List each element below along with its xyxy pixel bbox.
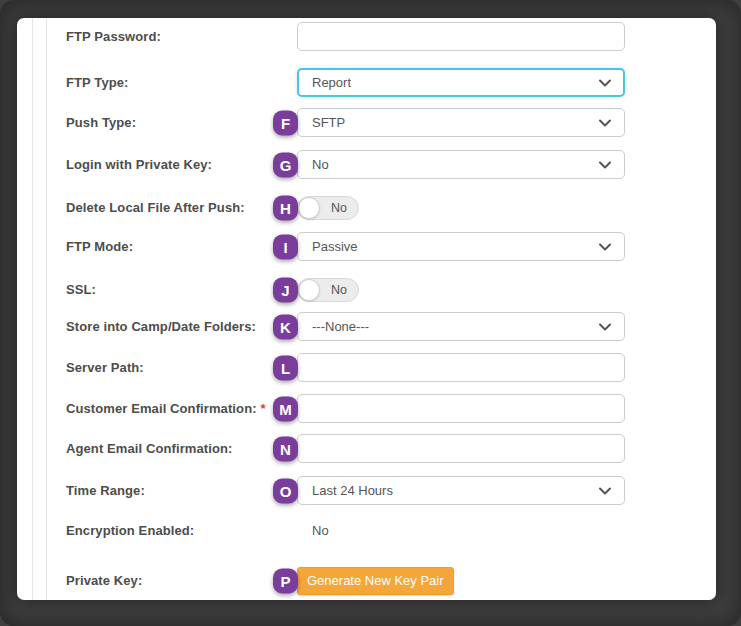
ftp-password-input[interactable] — [297, 22, 625, 51]
store-into-camp-date-folders-select[interactable]: ---None--- — [297, 312, 625, 341]
chevron-down-icon — [599, 161, 611, 169]
toggle-state-label: No — [322, 283, 356, 297]
annotation-badge-f: F — [273, 110, 298, 135]
form-row-push-type: Push Type: F SFTP — [66, 108, 682, 137]
form-row-customer-email-confirmation: Customer Email Confirmation:* M — [66, 394, 682, 423]
annotation-badge-p: P — [273, 568, 298, 593]
field-label: Server Path: — [66, 360, 297, 375]
panel-divider-left — [32, 18, 33, 600]
select-value: Passive — [312, 239, 358, 254]
form-row-delete-local-file-after-push: Delete Local File After Push: H No — [66, 193, 682, 222]
field-label: FTP Type: — [66, 75, 297, 90]
panel-divider-inner — [46, 18, 47, 600]
field-label: Agent Email Confirmation: — [66, 441, 297, 456]
toggle-state-label: No — [322, 201, 356, 215]
customer-email-confirmation-input[interactable] — [297, 394, 625, 423]
required-asterisk: * — [261, 401, 266, 416]
chevron-down-icon — [599, 79, 611, 87]
ftp-settings-form: FTP Password: FTP Type: Report Push Type… — [66, 22, 682, 595]
field-label: Private Key: — [66, 573, 297, 588]
ftp-type-select[interactable]: Report — [297, 68, 625, 97]
settings-panel: FTP Password: FTP Type: Report Push Type… — [17, 18, 716, 600]
toggle-knob-icon — [298, 279, 320, 301]
generate-new-key-pair-button[interactable]: Generate New Key Pair — [297, 567, 454, 595]
login-with-private-key-select[interactable]: No — [297, 150, 625, 179]
form-row-ftp-type: FTP Type: Report — [66, 68, 682, 97]
form-row-time-range: Time Range: O Last 24 Hours — [66, 476, 682, 505]
select-value: Report — [312, 75, 351, 90]
field-label: Store into Camp/Date Folders: — [66, 319, 297, 334]
chevron-down-icon — [599, 487, 611, 495]
delete-local-file-toggle[interactable]: No — [297, 196, 359, 220]
encryption-enabled-value: No — [297, 523, 329, 538]
form-row-encryption-enabled: Encryption Enabled: No — [66, 516, 682, 545]
server-path-input[interactable] — [297, 353, 625, 382]
annotation-badge-k: K — [273, 314, 298, 339]
select-value: SFTP — [312, 115, 345, 130]
chevron-down-icon — [599, 323, 611, 331]
chevron-down-icon — [599, 119, 611, 127]
annotation-badge-l: L — [273, 355, 298, 380]
annotation-badge-n: N — [273, 436, 298, 461]
form-row-store-into-camp-date-folders: Store into Camp/Date Folders: K ---None-… — [66, 312, 682, 341]
select-value: ---None--- — [312, 319, 369, 334]
select-value: Last 24 Hours — [312, 483, 393, 498]
ftp-mode-select[interactable]: Passive — [297, 232, 625, 261]
form-row-login-with-private-key: Login with Private Key: G No — [66, 150, 682, 179]
time-range-select[interactable]: Last 24 Hours — [297, 476, 625, 505]
form-row-private-key: Private Key: P Generate New Key Pair — [66, 566, 682, 595]
form-row-ssl: SSL: J No — [66, 275, 682, 304]
ssl-toggle[interactable]: No — [297, 278, 359, 302]
field-label: Encryption Enabled: — [66, 523, 297, 538]
field-label: Delete Local File After Push: — [66, 200, 297, 215]
form-row-ftp-mode: FTP Mode: I Passive — [66, 232, 682, 261]
chevron-down-icon — [599, 243, 611, 251]
annotation-badge-j: J — [273, 277, 298, 302]
field-label: SSL: — [66, 282, 297, 297]
annotation-badge-h: H — [273, 195, 298, 220]
annotation-badge-o: O — [273, 478, 298, 503]
push-type-select[interactable]: SFTP — [297, 108, 625, 137]
field-label: Customer Email Confirmation:* — [66, 401, 297, 416]
annotation-badge-m: M — [273, 396, 298, 421]
form-row-server-path: Server Path: L — [66, 353, 682, 382]
annotation-badge-i: I — [273, 234, 298, 259]
toggle-knob-icon — [298, 197, 320, 219]
field-label: Login with Private Key: — [66, 157, 297, 172]
form-row-ftp-password: FTP Password: — [66, 22, 682, 51]
field-label: FTP Mode: — [66, 239, 297, 254]
field-label: Time Range: — [66, 483, 297, 498]
field-label: FTP Password: — [66, 29, 297, 44]
annotation-badge-g: G — [273, 152, 298, 177]
form-row-agent-email-confirmation: Agent Email Confirmation: N — [66, 434, 682, 463]
select-value: No — [312, 157, 329, 172]
agent-email-confirmation-input[interactable] — [297, 434, 625, 463]
field-label: Push Type: — [66, 115, 297, 130]
